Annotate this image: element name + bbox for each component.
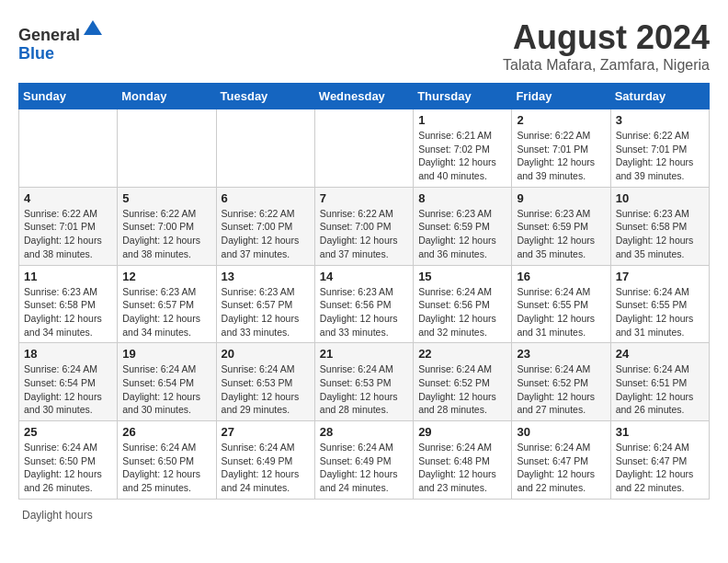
calendar-cell: [216, 109, 314, 188]
day-info: Sunrise: 6:22 AM Sunset: 7:00 PM Dayligh…: [222, 207, 310, 261]
day-number: 26: [122, 425, 210, 439]
day-info: Sunrise: 6:22 AM Sunset: 7:01 PM Dayligh…: [616, 129, 704, 183]
day-info: Sunrise: 6:23 AM Sunset: 6:56 PM Dayligh…: [320, 285, 408, 339]
day-number: 3: [616, 113, 704, 127]
day-info: Sunrise: 6:24 AM Sunset: 6:56 PM Dayligh…: [418, 285, 506, 339]
day-info: Sunrise: 6:23 AM Sunset: 6:58 PM Dayligh…: [24, 285, 112, 339]
calendar-cell: 19Sunrise: 6:24 AM Sunset: 6:54 PM Dayli…: [118, 343, 216, 421]
calendar-cell: [19, 109, 118, 188]
calendar-cell: 9Sunrise: 6:23 AM Sunset: 6:59 PM Daylig…: [512, 187, 610, 265]
calendar-cell: 23Sunrise: 6:24 AM Sunset: 6:52 PM Dayli…: [512, 343, 610, 421]
calendar-cell: 18Sunrise: 6:24 AM Sunset: 6:54 PM Dayli…: [19, 343, 118, 421]
day-info: Sunrise: 6:24 AM Sunset: 6:51 PM Dayligh…: [616, 362, 704, 417]
calendar-cell: 17Sunrise: 6:24 AM Sunset: 6:55 PM Dayli…: [610, 265, 709, 343]
calendar-cell: 25Sunrise: 6:24 AM Sunset: 6:50 PM Dayli…: [19, 421, 118, 500]
calendar-week-row: 18Sunrise: 6:24 AM Sunset: 6:54 PM Dayli…: [19, 343, 710, 421]
day-info: Sunrise: 6:23 AM Sunset: 6:57 PM Dayligh…: [122, 285, 210, 339]
calendar-cell: 15Sunrise: 6:24 AM Sunset: 6:56 PM Dayli…: [414, 265, 512, 343]
day-info: Sunrise: 6:23 AM Sunset: 6:58 PM Dayligh…: [616, 207, 704, 261]
calendar-cell: 26Sunrise: 6:24 AM Sunset: 6:50 PM Dayli…: [118, 421, 216, 500]
svg-marker-0: [84, 20, 102, 35]
day-info: Sunrise: 6:24 AM Sunset: 6:48 PM Dayligh…: [418, 441, 506, 495]
day-info: Sunrise: 6:22 AM Sunset: 7:01 PM Dayligh…: [517, 129, 605, 183]
day-number: 5: [122, 191, 210, 205]
day-number: 6: [222, 191, 310, 205]
day-number: 29: [418, 425, 506, 439]
day-number: 24: [616, 347, 704, 361]
day-number: 28: [320, 425, 408, 439]
day-number: 21: [320, 347, 408, 361]
calendar-week-row: 11Sunrise: 6:23 AM Sunset: 6:58 PM Dayli…: [19, 265, 710, 343]
day-info: Sunrise: 6:24 AM Sunset: 6:54 PM Dayligh…: [122, 362, 210, 417]
day-number: 27: [222, 425, 310, 439]
day-info: Sunrise: 6:24 AM Sunset: 6:55 PM Dayligh…: [616, 285, 704, 339]
weekday-header: Wednesday: [314, 84, 413, 109]
calendar-cell: 6Sunrise: 6:22 AM Sunset: 7:00 PM Daylig…: [216, 187, 314, 265]
day-number: 4: [24, 191, 112, 205]
calendar-cell: 1Sunrise: 6:21 AM Sunset: 7:02 PM Daylig…: [414, 109, 512, 188]
day-info: Sunrise: 6:24 AM Sunset: 6:52 PM Dayligh…: [517, 362, 605, 417]
weekday-header: Sunday: [19, 84, 118, 109]
day-info: Sunrise: 6:24 AM Sunset: 6:47 PM Dayligh…: [517, 441, 605, 495]
day-number: 17: [616, 270, 704, 283]
day-info: Sunrise: 6:24 AM Sunset: 6:50 PM Dayligh…: [24, 441, 112, 495]
logo: General Blue: [18, 18, 104, 63]
calendar-cell: 29Sunrise: 6:24 AM Sunset: 6:48 PM Dayli…: [414, 421, 512, 500]
calendar-cell: 22Sunrise: 6:24 AM Sunset: 6:52 PM Dayli…: [414, 343, 512, 421]
calendar-table: SundayMondayTuesdayWednesdayThursdayFrid…: [18, 83, 710, 500]
logo-general-text: General: [18, 26, 80, 44]
calendar-cell: 21Sunrise: 6:24 AM Sunset: 6:53 PM Dayli…: [314, 343, 413, 421]
calendar-cell: 12Sunrise: 6:23 AM Sunset: 6:57 PM Dayli…: [118, 265, 216, 343]
day-number: 19: [122, 347, 210, 361]
weekday-header: Tuesday: [216, 84, 314, 109]
title-block: August 2024 Talata Mafara, Zamfara, Nige…: [503, 18, 710, 74]
day-number: 23: [517, 347, 605, 361]
weekday-header: Friday: [512, 84, 610, 109]
day-number: 14: [320, 270, 408, 283]
calendar-cell: 27Sunrise: 6:24 AM Sunset: 6:49 PM Dayli…: [216, 421, 314, 500]
day-info: Sunrise: 6:23 AM Sunset: 6:59 PM Dayligh…: [418, 207, 506, 261]
day-number: 9: [517, 191, 605, 205]
calendar-week-row: 1Sunrise: 6:21 AM Sunset: 7:02 PM Daylig…: [19, 109, 710, 188]
day-number: 15: [418, 270, 506, 283]
weekday-header: Thursday: [414, 84, 512, 109]
day-number: 1: [418, 113, 506, 127]
day-info: Sunrise: 6:24 AM Sunset: 6:50 PM Dayligh…: [122, 441, 210, 495]
calendar-week-row: 25Sunrise: 6:24 AM Sunset: 6:50 PM Dayli…: [19, 421, 710, 500]
calendar-cell: 14Sunrise: 6:23 AM Sunset: 6:56 PM Dayli…: [314, 265, 413, 343]
page-header: General Blue August 2024 Talata Mafara, …: [18, 18, 710, 74]
day-info: Sunrise: 6:24 AM Sunset: 6:52 PM Dayligh…: [418, 362, 506, 417]
daylight-label: Daylight hours: [22, 509, 93, 522]
calendar-cell: 4Sunrise: 6:22 AM Sunset: 7:01 PM Daylig…: [19, 187, 118, 265]
day-info: Sunrise: 6:24 AM Sunset: 6:47 PM Dayligh…: [616, 441, 704, 495]
logo-blue-text: Blue: [18, 44, 54, 63]
day-number: 16: [517, 270, 605, 283]
calendar-cell: 20Sunrise: 6:24 AM Sunset: 6:53 PM Dayli…: [216, 343, 314, 421]
calendar-cell: 10Sunrise: 6:23 AM Sunset: 6:58 PM Dayli…: [610, 187, 709, 265]
day-info: Sunrise: 6:22 AM Sunset: 7:00 PM Dayligh…: [122, 207, 210, 261]
day-number: 7: [320, 191, 408, 205]
calendar-cell: 2Sunrise: 6:22 AM Sunset: 7:01 PM Daylig…: [512, 109, 610, 188]
calendar-cell: 5Sunrise: 6:22 AM Sunset: 7:00 PM Daylig…: [118, 187, 216, 265]
day-info: Sunrise: 6:23 AM Sunset: 6:57 PM Dayligh…: [222, 285, 310, 339]
day-info: Sunrise: 6:24 AM Sunset: 6:53 PM Dayligh…: [320, 362, 408, 417]
calendar-cell: 30Sunrise: 6:24 AM Sunset: 6:47 PM Dayli…: [512, 421, 610, 500]
day-number: 30: [517, 425, 605, 439]
day-info: Sunrise: 6:23 AM Sunset: 6:59 PM Dayligh…: [517, 207, 605, 261]
day-number: 31: [616, 425, 704, 439]
calendar-cell: 28Sunrise: 6:24 AM Sunset: 6:49 PM Dayli…: [314, 421, 413, 500]
day-info: Sunrise: 6:24 AM Sunset: 6:49 PM Dayligh…: [320, 441, 408, 495]
month-title: August 2024: [503, 18, 710, 57]
calendar-cell: [314, 109, 413, 188]
calendar-cell: [118, 109, 216, 188]
calendar-cell: 8Sunrise: 6:23 AM Sunset: 6:59 PM Daylig…: [414, 187, 512, 265]
calendar-week-row: 4Sunrise: 6:22 AM Sunset: 7:01 PM Daylig…: [19, 187, 710, 265]
day-info: Sunrise: 6:24 AM Sunset: 6:55 PM Dayligh…: [517, 285, 605, 339]
footer: Daylight hours: [18, 509, 710, 522]
calendar-cell: 31Sunrise: 6:24 AM Sunset: 6:47 PM Dayli…: [610, 421, 709, 500]
location-subtitle: Talata Mafara, Zamfara, Nigeria: [503, 57, 710, 74]
day-info: Sunrise: 6:22 AM Sunset: 7:00 PM Dayligh…: [320, 207, 408, 261]
weekday-header: Saturday: [610, 84, 709, 109]
logo-icon: [82, 18, 104, 40]
day-number: 13: [222, 270, 310, 283]
